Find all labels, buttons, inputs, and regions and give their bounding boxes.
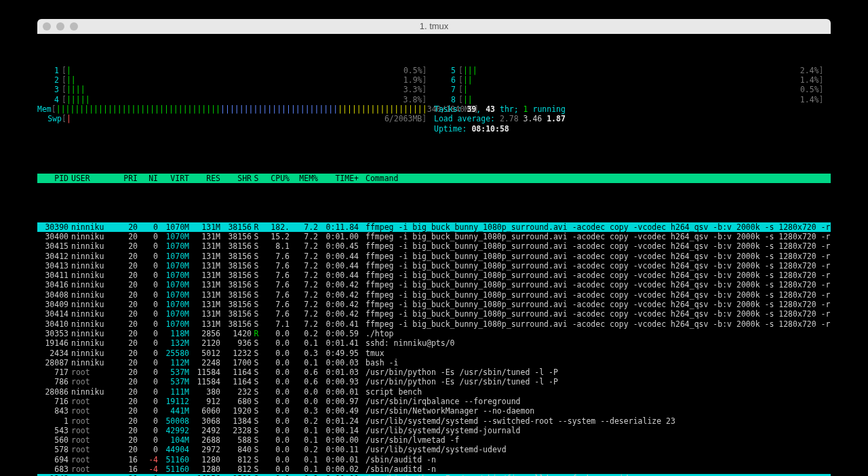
col-cmd[interactable]: Command [363, 174, 831, 183]
cpu-meter-6: 6[||1.4%] [434, 75, 831, 85]
terminal-content[interactable]: 1[|0.5%]2[||1.9%]3[||||3.3%]4[|||||3.8%]… [37, 34, 831, 476]
cpu-meter-8: 8[||1.4%] [434, 95, 831, 104]
col-pid[interactable]: PID [37, 174, 71, 183]
process-row[interactable]: 543root2004299224922328S0.00.10:00.14/us… [37, 426, 831, 435]
process-row[interactable]: 30400ninniku2001070M131M38156S15.27.20:0… [37, 232, 831, 241]
process-row[interactable]: 843root200441M60601920S0.00.30:00.49/usr… [37, 406, 831, 416]
cpu-meter-7: 7[|0.5%] [434, 85, 831, 94]
col-cpu[interactable]: CPU% [261, 174, 290, 183]
process-row[interactable]: 2434ninniku2002558050121232S0.00.30:49.9… [37, 349, 831, 358]
process-row[interactable]: 30416ninniku2001070M131M38156S7.67.20:00… [37, 280, 831, 290]
loadavg-line: Load average: 2.78 3.46 1.87 [434, 114, 831, 123]
cpu-meter-4: 4[|||||3.8%] [37, 95, 434, 104]
process-row[interactable]: 716root20019112912680S0.00.00:00.97/usr/… [37, 397, 831, 406]
process-row[interactable]: 1root2005000830681384S0.00.20:01.24/usr/… [37, 416, 831, 426]
process-row[interactable]: 30415ninniku2001070M131M38156S8.17.20:00… [37, 241, 831, 251]
cpu-meter-2: 2[||1.9%] [37, 75, 434, 85]
process-row[interactable]: 578root200449042972840S0.00.20:00.11/usr… [37, 445, 831, 454]
cpu-meter-3: 3[||||3.3%] [37, 85, 434, 94]
process-row[interactable]: 30408ninniku2001070M131M38156S7.67.20:00… [37, 290, 831, 300]
process-row[interactable]: 560root200104M2688588S0.00.10:00.00/usr/… [37, 435, 831, 445]
col-pri[interactable]: PRI [115, 174, 138, 183]
process-row[interactable]: 30414ninniku2001070M131M38156S7.67.20:00… [37, 309, 831, 319]
process-row[interactable]: 28086ninniku200111M380232S0.00.00:00.01s… [37, 387, 831, 397]
terminal-window: 1. tmux 1[|0.5%]2[||1.9%]3[||||3.3%]4[||… [37, 19, 831, 476]
col-user[interactable]: USER [71, 174, 115, 183]
process-row[interactable]: 694root16-4511601280812S0.00.10:00.01/sb… [37, 455, 831, 464]
swp-meter: Swp[|6/2063MB] [37, 114, 434, 123]
process-row[interactable]: 30353ninniku200118M28561420R0.00.20:00.5… [37, 329, 831, 338]
window-title: 1. tmux [37, 22, 831, 31]
process-row[interactable]: 30411ninniku2001070M131M38156S7.67.20:00… [37, 271, 831, 280]
process-row[interactable]: 717root200537M115841164S0.00.60:01.03/us… [37, 368, 831, 377]
col-time[interactable]: TIME+ [318, 174, 363, 183]
col-res[interactable]: RES [189, 174, 220, 183]
col-virt[interactable]: VIRT [158, 174, 189, 183]
process-list[interactable]: 30390ninniku2001070M131M38156R182.7.20:1… [37, 222, 831, 476]
col-ni[interactable]: NI [138, 174, 158, 183]
titlebar[interactable]: 1. tmux [37, 19, 831, 34]
process-row[interactable]: 19146ninniku200132M2120936S0.00.10:01.41… [37, 338, 831, 348]
process-row[interactable]: 683root16-4511601280812S0.00.10:00.02/sb… [37, 464, 831, 474]
cpu-meter-5: 5[|||2.4%] [434, 66, 831, 75]
uptime-line: Uptime: 08:10:58 [434, 124, 831, 134]
mem-meter: Mem[||||||||||||||||||||||||||||||||||||… [37, 104, 434, 114]
process-row[interactable]: 30390ninniku2001070M131M38156R182.7.20:1… [37, 222, 831, 232]
process-row[interactable]: 30412ninniku2001070M131M38156S7.67.20:00… [37, 252, 831, 261]
process-row[interactable]: 30413ninniku2001070M131M38156S7.67.20:00… [37, 261, 831, 271]
process-row[interactable]: 28087ninniku200112M22481700S0.00.10:00.0… [37, 358, 831, 368]
process-row[interactable]: 30410ninniku2001070M131M38156S7.17.20:00… [37, 319, 831, 329]
tasks-line: Tasks: 39, 43 thr; 1 running [434, 104, 831, 114]
process-header[interactable]: PID USER PRI NI VIRT RES SHR S CPU% MEM%… [37, 174, 831, 183]
process-row[interactable]: 786root200537M115841164S0.00.60:00.93/us… [37, 377, 831, 386]
process-row[interactable]: 30409ninniku2001070M131M38156S7.67.20:00… [37, 300, 831, 309]
col-mem[interactable]: MEM% [290, 174, 318, 183]
col-s[interactable]: S [252, 174, 261, 183]
cpu-meter-1: 1[|0.5%] [37, 66, 434, 75]
col-shr[interactable]: SHR [220, 174, 252, 183]
